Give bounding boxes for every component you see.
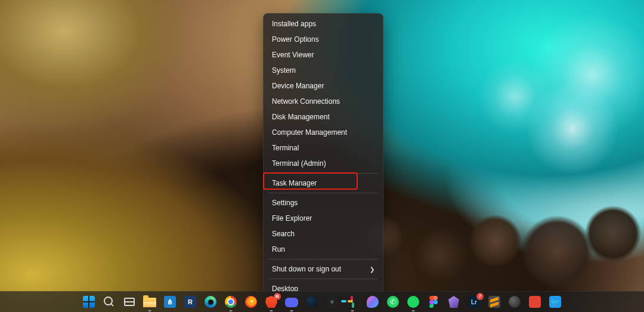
- menu-item-network-connections[interactable]: Network Connections: [266, 94, 380, 109]
- revit-icon: R: [184, 295, 197, 308]
- menu-item-task-manager[interactable]: Task Manager: [266, 175, 380, 191]
- whatsapp-icon: ✆: [386, 295, 400, 308]
- menu-label: Shut down or sign out: [272, 265, 341, 273]
- menu-label: Search: [272, 230, 295, 238]
- generic-icon: [508, 295, 521, 308]
- menu-item-power-options[interactable]: Power Options: [266, 32, 380, 47]
- menu-item-device-manager[interactable]: Device Manager: [266, 78, 380, 94]
- slack[interactable]: [343, 293, 361, 311]
- menu-label: Installed apps: [272, 20, 316, 28]
- menu-item-terminal[interactable]: Terminal: [266, 140, 380, 156]
- sublime-icon: [488, 295, 501, 308]
- figma-icon: [427, 295, 440, 308]
- menu-label: Event Viewer: [272, 51, 314, 59]
- menu-item-terminal-admin[interactable]: Terminal (Admin): [266, 156, 380, 171]
- chrome-icon: [224, 295, 237, 308]
- obs-icon: [326, 295, 339, 308]
- chevron-right-icon: ❯: [370, 266, 374, 273]
- active-indicator: [230, 310, 233, 311]
- menu-label: Computer Management: [272, 128, 347, 137]
- taskview-icon: [123, 295, 136, 308]
- menu-label: Power Options: [272, 35, 319, 44]
- menu-label: Settings: [272, 199, 298, 207]
- active-indicator: [270, 310, 273, 311]
- whatsapp[interactable]: ✆: [384, 293, 402, 311]
- active-indicator: [148, 310, 151, 311]
- twitter-icon: 🐦: [549, 295, 562, 308]
- search-button[interactable]: [100, 293, 118, 311]
- menu-label: Run: [272, 245, 285, 254]
- menu-item-installed-apps[interactable]: Installed apps: [266, 16, 380, 32]
- menu-item-system[interactable]: System: [266, 63, 380, 78]
- menu-item-computer-management[interactable]: Computer Management: [266, 125, 380, 140]
- menu-separator: [268, 259, 378, 260]
- explorer-icon: [143, 295, 156, 308]
- winx-context-menu: Installed apps Power Options Event Viewe…: [263, 13, 383, 299]
- menu-separator: [268, 279, 378, 279]
- lightroom[interactable]: Lr7: [465, 293, 483, 311]
- sublime-text[interactable]: [485, 293, 503, 311]
- menu-label: Terminal: [272, 144, 299, 152]
- messenger[interactable]: [364, 293, 382, 311]
- menu-label: Terminal (Admin): [272, 159, 326, 168]
- obsidian-icon: [447, 295, 460, 308]
- figma[interactable]: [425, 293, 442, 311]
- menu-item-event-viewer[interactable]: Event Viewer: [266, 47, 380, 63]
- menu-label: Disk Management: [272, 113, 330, 121]
- menu-item-file-explorer[interactable]: File Explorer: [266, 211, 380, 226]
- menu-separator: [268, 173, 378, 174]
- microsoft-edge[interactable]: [202, 293, 219, 311]
- menu-label: Network Connections: [272, 97, 340, 106]
- active-indicator: [290, 310, 293, 311]
- menu-item-run[interactable]: Run: [266, 242, 380, 257]
- todoist[interactable]: [526, 293, 544, 311]
- revit[interactable]: R: [181, 293, 199, 311]
- task-view-button[interactable]: [120, 293, 138, 311]
- discord[interactable]: [283, 293, 301, 311]
- menu-item-disk-management[interactable]: Disk Management: [266, 109, 380, 125]
- steam[interactable]: [303, 293, 321, 311]
- taskbar: ⋔RB✆Lr7🐦: [0, 291, 644, 312]
- file-explorer[interactable]: [141, 293, 159, 311]
- twitter[interactable]: 🐦: [546, 293, 564, 311]
- menu-label: File Explorer: [272, 214, 312, 223]
- vscode[interactable]: ⋔: [161, 293, 179, 311]
- spotify-icon: [407, 295, 420, 308]
- mozilla-firefox[interactable]: [242, 293, 260, 311]
- desktop-wallpaper: Installed apps Power Options Event Viewe…: [0, 0, 644, 312]
- messenger-icon: [366, 295, 379, 308]
- unknown-app[interactable]: [506, 293, 524, 311]
- slack-icon: [346, 295, 359, 308]
- menu-separator: [268, 193, 378, 193]
- taskbar-center-group: ⋔RB✆Lr7🐦: [75, 292, 569, 312]
- notification-badge: 7: [476, 293, 484, 300]
- menu-label: Device Manager: [272, 82, 324, 90]
- spotify[interactable]: [404, 293, 422, 311]
- brave-browser[interactable]: B: [262, 293, 280, 311]
- menu-item-search[interactable]: Search: [266, 226, 380, 242]
- start-button[interactable]: [80, 293, 98, 311]
- firefox-icon: [244, 295, 258, 308]
- edge-icon: [204, 295, 217, 308]
- active-indicator: [412, 310, 415, 311]
- todoist-icon: [528, 295, 541, 308]
- menu-item-shut-down-or-sign-out[interactable]: Shut down or sign out ❯: [266, 261, 380, 277]
- discord-icon: [285, 295, 298, 308]
- steam-icon: [305, 295, 318, 308]
- menu-label: System: [272, 66, 296, 75]
- menu-item-settings[interactable]: Settings: [266, 195, 380, 211]
- start-icon: [82, 295, 95, 308]
- obs-studio[interactable]: [323, 293, 341, 311]
- menu-label: Task Manager: [272, 179, 317, 187]
- active-indicator: [351, 310, 354, 311]
- vscode-icon: ⋔: [163, 295, 177, 308]
- google-chrome[interactable]: [222, 293, 240, 311]
- search-icon: [103, 295, 116, 308]
- notification-badge: B: [274, 293, 281, 300]
- obsidian[interactable]: [445, 293, 463, 311]
